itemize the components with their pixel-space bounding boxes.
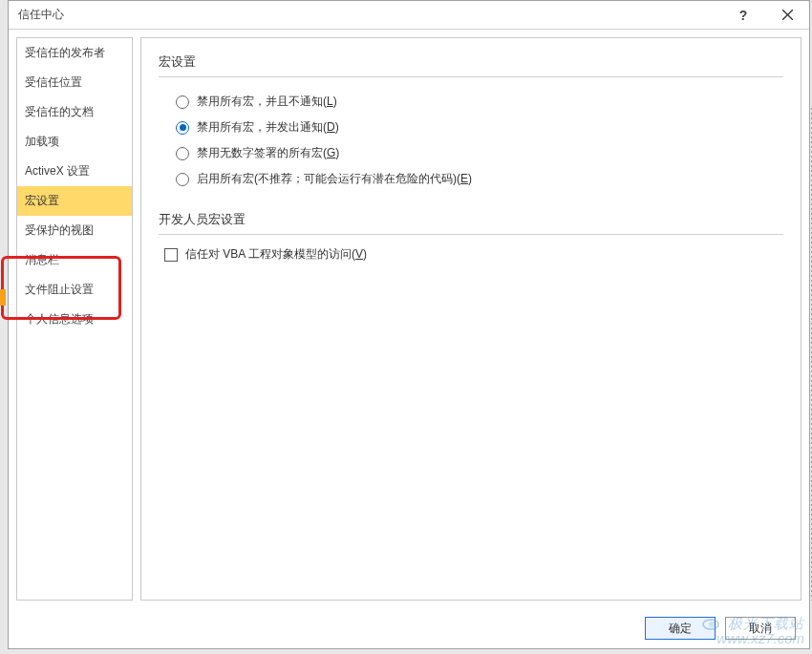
checkbox-icon	[164, 248, 178, 262]
sidebar-item-trusted-locations[interactable]: 受信任位置	[17, 68, 132, 97]
sidebar-item-trusted-documents[interactable]: 受信任的文档	[17, 97, 132, 127]
close-button[interactable]	[765, 1, 809, 30]
radio-label: 启用所有宏(不推荐；可能会运行有潜在危险的代码)(E)	[197, 171, 472, 187]
section-developer-title: 开发人员宏设置	[159, 211, 783, 235]
help-button[interactable]: ?	[721, 1, 765, 30]
help-icon: ?	[739, 8, 748, 23]
sidebar-item-privacy[interactable]: 个人信息选项	[17, 305, 132, 334]
ok-button[interactable]: 确定	[645, 617, 716, 640]
sidebar-item-activex[interactable]: ActiveX 设置	[17, 157, 132, 186]
macro-option-enable-all[interactable]: 启用所有宏(不推荐；可能会运行有潜在危险的代码)(E)	[176, 166, 783, 192]
sidebar-item-addins[interactable]: 加载项	[17, 127, 132, 157]
radio-label: 禁用所有宏，并且不通知(L)	[197, 94, 337, 110]
close-icon	[782, 10, 793, 20]
radio-icon	[176, 147, 189, 160]
checkbox-label: 信任对 VBA 工程对象模型的访问(V)	[185, 246, 367, 263]
sidebar-item-message-bar[interactable]: 消息栏	[17, 245, 132, 275]
dialog-footer: 确定 取消	[9, 608, 809, 648]
radio-label: 禁用无数字签署的所有宏(G)	[197, 145, 339, 161]
macro-radio-group: 禁用所有宏，并且不通知(L) 禁用所有宏，并发出通知(D) 禁用无数字签署的所有…	[176, 89, 783, 192]
cancel-button[interactable]: 取消	[725, 617, 796, 640]
content-pane: 宏设置 禁用所有宏，并且不通知(L) 禁用所有宏，并发出通知(D) 禁用无数字签…	[140, 37, 801, 601]
annotation-orange-marker	[0, 289, 6, 306]
sidebar-item-trusted-publishers[interactable]: 受信任的发布者	[17, 38, 132, 68]
radio-icon	[176, 121, 189, 135]
sidebar-item-protected-view[interactable]: 受保护的视图	[17, 216, 132, 245]
sidebar-item-macro-settings[interactable]: 宏设置	[17, 186, 132, 216]
radio-icon	[176, 173, 189, 186]
section-macro-settings-title: 宏设置	[159, 53, 783, 77]
trust-vba-checkbox-row[interactable]: 信任对 VBA 工程对象模型的访问(V)	[164, 246, 783, 263]
radio-label: 禁用所有宏，并发出通知(D)	[197, 119, 339, 136]
macro-option-disable-notify[interactable]: 禁用所有宏，并发出通知(D)	[176, 115, 783, 140]
macro-option-disable-unsigned[interactable]: 禁用无数字签署的所有宏(G)	[176, 140, 783, 166]
macro-option-disable-no-notify[interactable]: 禁用所有宏，并且不通知(L)	[176, 89, 783, 115]
dialog-body: 受信任的发布者 受信任位置 受信任的文档 加载项 ActiveX 设置 宏设置 …	[9, 30, 809, 608]
dialog-title: 信任中心	[18, 7, 721, 23]
titlebar: 信任中心 ?	[9, 1, 809, 30]
sidebar-item-file-block[interactable]: 文件阻止设置	[17, 275, 132, 305]
sidebar: 受信任的发布者 受信任位置 受信任的文档 加载项 ActiveX 设置 宏设置 …	[16, 37, 133, 601]
trust-center-dialog: 信任中心 ? 受信任的发布者 受信任位置 受信任的文档 加载项 ActiveX …	[8, 0, 810, 649]
radio-icon	[176, 95, 189, 109]
